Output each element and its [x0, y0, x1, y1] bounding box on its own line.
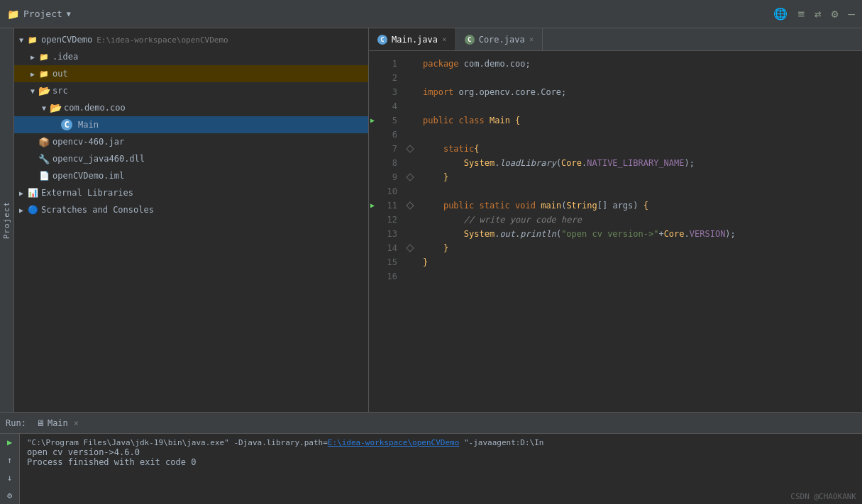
- src-label: src: [53, 86, 68, 96]
- tab-core[interactable]: C Core.java ×: [456, 28, 543, 50]
- tab-main[interactable]: C Main.java ×: [369, 28, 456, 50]
- line-14: 14: [369, 241, 404, 255]
- dll-icon: 🔧: [38, 153, 50, 164]
- tree-item-project-root[interactable]: 📁 openCVDemo E:\idea-workspace\openCVDem…: [14, 31, 368, 48]
- run-filter-button[interactable]: ⚙: [3, 489, 17, 501]
- root-label: openCVDemo: [41, 35, 92, 45]
- run-tab-icon: 🖥: [36, 418, 45, 428]
- run-scroll-up-button[interactable]: ↑: [3, 454, 17, 466]
- bottom-panel: Run: 🖥 Main × ▶ ↑ ↓ ⚙ "C:\Program Files\…: [0, 412, 862, 504]
- project-tree: 📁 openCVDemo E:\idea-workspace\openCVDem…: [14, 28, 368, 412]
- run-tab-close[interactable]: ×: [74, 418, 79, 428]
- tree-item-idea[interactable]: 📁 .idea: [14, 48, 368, 65]
- gutter-7: [404, 142, 416, 156]
- sidebar-vertical-label: Project: [0, 28, 14, 412]
- gutter-13: [404, 227, 416, 241]
- arrow-idea: [28, 52, 37, 61]
- gutter-11: [404, 198, 416, 213]
- scratches-label: Scratches and Consoles: [41, 205, 154, 215]
- code-line-12: // write your code here: [423, 213, 855, 227]
- menu-icon[interactable]: ≡: [797, 7, 805, 21]
- jar-label: opencv-460.jar: [53, 137, 124, 147]
- tree-item-scratches[interactable]: 🔵 Scratches and Consoles: [14, 201, 368, 218]
- run-play-button[interactable]: ▶: [3, 437, 17, 449]
- gutter-15: [404, 255, 416, 269]
- project-panel: 📁 openCVDemo E:\idea-workspace\openCVDem…: [14, 28, 369, 412]
- line-16: 16: [369, 269, 404, 284]
- watermark: CSDN @CHAOKANK: [790, 492, 856, 501]
- package-label: com.demo.coo: [64, 103, 126, 113]
- code-line-7: static{: [423, 142, 855, 156]
- swap-icon[interactable]: ⇄: [814, 7, 822, 21]
- line-4: 4: [369, 99, 404, 113]
- tree-item-main[interactable]: C Main: [14, 116, 368, 133]
- tab-main-label: Main.java: [392, 35, 438, 45]
- jar-icon: 📦: [38, 136, 50, 147]
- code-content: package com.demo.coo; import org.opencv.…: [416, 51, 862, 412]
- gutter-10: [404, 184, 416, 198]
- code-line-8: System.loadLibrary(Core.NATIVE_LIBRARY_N…: [423, 156, 855, 170]
- tab-core-close[interactable]: ×: [529, 35, 534, 44]
- tree-item-iml[interactable]: 📄 openCVDemo.iml: [14, 167, 368, 184]
- tree-item-dll[interactable]: 🔧 opencv_java460.dll: [14, 150, 368, 167]
- tree-item-ext-lib[interactable]: 📊 External Libraries: [14, 184, 368, 201]
- cmd-suffix: "-javaagent:D:\In: [459, 438, 543, 447]
- code-line-4: [423, 99, 855, 113]
- minimize-icon[interactable]: —: [848, 7, 855, 21]
- arrow-scratches: [17, 206, 26, 214]
- gear-icon[interactable]: ⚙: [831, 7, 839, 21]
- gutter-6: [404, 128, 416, 142]
- line-15: 15: [369, 255, 404, 269]
- title-bar: 📁 Project ▼ 🌐 ≡ ⇄ ⚙ —: [0, 0, 862, 28]
- ext-lib-label: External Libraries: [41, 188, 133, 198]
- line-5: ▶5: [369, 113, 404, 128]
- tab-bar: C Main.java × C Core.java ×: [369, 28, 862, 51]
- arrow-project-root: [17, 35, 26, 44]
- run-tab-label: Main: [48, 418, 68, 428]
- gutter-14: [404, 241, 416, 255]
- main-layout: Project 📁 openCVDemo E:\idea-workspace\o…: [0, 28, 862, 412]
- line-numbers: 1 2 3 4 ▶5 6 7 8 9 10 ▶11 12 13 14 15 16: [369, 51, 404, 412]
- run-tab-main[interactable]: 🖥 Main ×: [32, 417, 83, 430]
- idea-label: .idea: [53, 52, 78, 62]
- code-line-5: public class Main {: [423, 113, 855, 128]
- gutter-5: [404, 113, 416, 128]
- run-scroll-down-button[interactable]: ↓: [3, 472, 17, 484]
- run-output: "C:\Program Files\Java\jdk-19\bin\java.e…: [20, 434, 862, 504]
- tab-main-close[interactable]: ×: [442, 35, 447, 44]
- code-line-14: }: [423, 241, 855, 255]
- code-line-9: }: [423, 170, 855, 184]
- code-editor[interactable]: 1 2 3 4 ▶5 6 7 8 9 10 ▶11 12 13 14 15 16: [369, 51, 862, 412]
- code-line-13: System.out.println("open cv version->"+C…: [423, 227, 855, 241]
- line-10: 10: [369, 184, 404, 198]
- tree-item-src[interactable]: 📂 src: [14, 82, 368, 99]
- code-line-6: [423, 128, 855, 142]
- tab-core-icon: C: [465, 35, 475, 45]
- sidebar-vertical-text: Project: [2, 201, 11, 239]
- globe-icon[interactable]: 🌐: [773, 7, 788, 21]
- gutter-4: [404, 99, 416, 113]
- line-11: ▶11: [369, 198, 404, 213]
- line-12: 12: [369, 213, 404, 227]
- line-8: 8: [369, 156, 404, 170]
- line-9: 9: [369, 170, 404, 184]
- tree-item-out[interactable]: 📁 out: [14, 65, 368, 82]
- cmd-link[interactable]: E:\idea-workspace\openCVDemo: [328, 438, 459, 447]
- tab-core-label: Core.java: [479, 35, 525, 45]
- gutter-8: [404, 156, 416, 170]
- tree-item-jar[interactable]: 📦 opencv-460.jar: [14, 133, 368, 150]
- line-3: 3: [369, 85, 404, 99]
- line-2: 2: [369, 71, 404, 85]
- java-icon-main: C: [61, 119, 72, 130]
- code-line-2: [423, 71, 855, 85]
- folder-icon-src: 📂: [38, 85, 50, 96]
- gutter-3: [404, 85, 416, 99]
- iml-label: openCVDemo.iml: [53, 171, 124, 181]
- scratches-icon: 🔵: [27, 204, 38, 215]
- arrow-package: [40, 103, 48, 112]
- tree-item-package[interactable]: 📂 com.demo.coo: [14, 99, 368, 116]
- gutter-16: [404, 269, 416, 284]
- title-bar-icons: 🌐 ≡ ⇄ ⚙ —: [773, 7, 855, 21]
- editor-area: C Main.java × C Core.java × 1 2 3 4 ▶5 6…: [369, 28, 862, 412]
- run-exit-msg: Process finished with exit code 0: [27, 457, 855, 467]
